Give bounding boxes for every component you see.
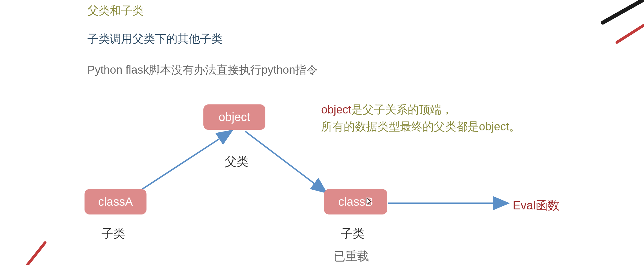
deco-stripe-top-red: [614, 20, 644, 48]
title-subclass-call: 子类调用父类下的其他子类: [87, 31, 223, 47]
svg-line-3: [23, 243, 45, 265]
title-flask-note: Python flask脚本没有办法直接执行python指令: [87, 62, 318, 78]
note-part2: 是父子关系的顶端，: [351, 103, 453, 116]
note-object-top: object是父子关系的顶端， 所有的数据类型最终的父类都是object。: [321, 101, 520, 135]
arrow-object-to-classB: [245, 131, 325, 192]
label-parent-class: 父类: [225, 154, 248, 170]
node-classA: classA: [85, 189, 146, 214]
svg-line-1: [603, 0, 644, 23]
label-child-class-b: 子类: [341, 226, 365, 242]
deco-stripe-bottom-red: [17, 240, 51, 265]
arrow-classA-to-object: [138, 131, 231, 192]
title-parent-child: 父类和子类: [87, 3, 144, 18]
node-object: object: [203, 104, 265, 130]
label-overloaded: 已重载: [334, 248, 369, 264]
eval-function-label: Eval函数: [513, 198, 559, 213]
node-classB: classB: [324, 189, 387, 214]
note-accent-object: object: [321, 103, 351, 116]
label-child-class-a: 子类: [101, 226, 125, 242]
svg-line-2: [617, 23, 644, 42]
note-part3: 所有的数据类型最终的父类都是object。: [321, 120, 520, 133]
